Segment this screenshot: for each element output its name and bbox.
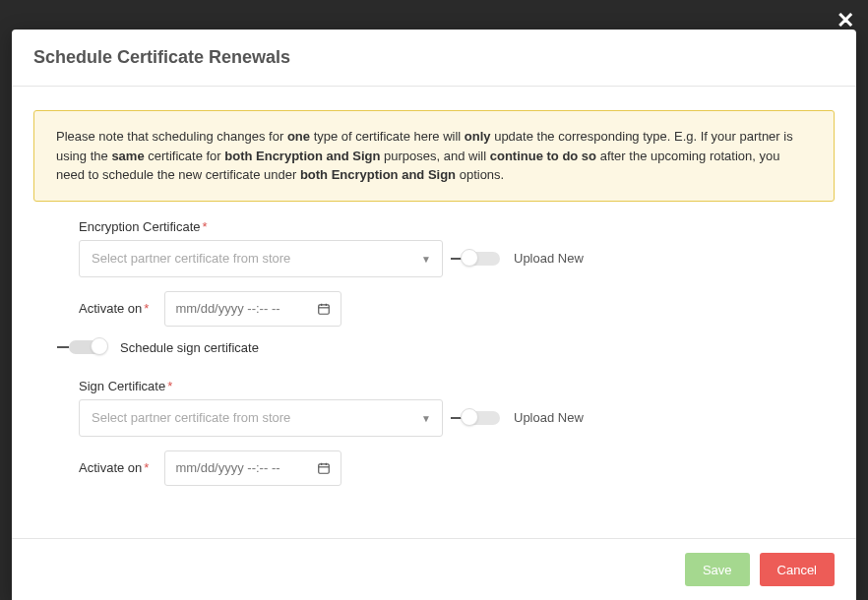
svg-rect-4: [319, 463, 330, 472]
calendar-icon: [317, 302, 331, 316]
sign-activate-label-text: Activate on: [79, 460, 142, 475]
modal: Schedule Certificate Renewals Please not…: [12, 30, 856, 600]
cancel-button[interactable]: Cancel: [760, 553, 835, 586]
sign-cert-label-text: Sign Certificate: [79, 379, 165, 393]
notice-bold: both Encryption and Sign: [224, 149, 380, 163]
encryption-activate-date-placeholder: mm/dd/yyyy --:-- --: [175, 301, 279, 316]
notice-text: certificate for: [145, 149, 225, 163]
schedule-sign-toggle[interactable]: [69, 340, 106, 354]
svg-rect-0: [319, 304, 330, 313]
notice-bold: same: [111, 149, 144, 163]
encryption-activate-date-input[interactable]: mm/dd/yyyy --:-- --: [164, 291, 341, 327]
encryption-upload-toggle-label: Upload New: [514, 251, 584, 266]
sign-activate-date-placeholder: mm/dd/yyyy --:-- --: [175, 460, 279, 475]
modal-footer: Save Cancel: [12, 538, 856, 600]
required-indicator: *: [144, 460, 149, 475]
sign-upload-toggle[interactable]: [463, 411, 500, 425]
encryption-upload-toggle[interactable]: [463, 252, 500, 266]
modal-body: Please note that scheduling changes for …: [12, 87, 856, 538]
sign-section: Sign Certificate* Select partner certifi…: [33, 361, 835, 486]
calendar-icon: [317, 461, 331, 475]
sign-upload-toggle-group: Upload New: [463, 410, 584, 425]
schedule-sign-toggle-row: Schedule sign certificate: [33, 327, 835, 361]
encryption-cert-select[interactable]: Select partner certificate from store ▼: [79, 240, 443, 277]
schedule-sign-toggle-label: Schedule sign certificate: [120, 340, 259, 355]
encryption-section: Encryption Certificate* Select partner c…: [33, 202, 835, 327]
sign-activate-label: Activate on*: [79, 460, 149, 475]
required-indicator: *: [144, 301, 149, 316]
encryption-activate-label: Activate on*: [79, 301, 149, 316]
modal-title: Schedule Certificate Renewals: [33, 47, 835, 68]
modal-header: Schedule Certificate Renewals: [12, 30, 856, 87]
notice-bold: both Encryption and Sign: [300, 167, 456, 182]
notice-text: purposes, and will: [380, 149, 489, 163]
notice-text: Please note that scheduling changes for: [56, 129, 287, 144]
encryption-cert-select-input[interactable]: Select partner certificate from store: [79, 240, 443, 277]
encryption-cert-label-text: Encryption Certificate: [79, 219, 201, 234]
save-button[interactable]: Save: [685, 553, 750, 586]
sign-cert-select-input[interactable]: Select partner certificate from store: [79, 399, 443, 437]
encryption-upload-toggle-group: Upload New: [463, 251, 584, 266]
notice-text: type of certificate here will: [310, 129, 465, 144]
notice-banner: Please note that scheduling changes for …: [33, 110, 835, 202]
sign-cert-label: Sign Certificate*: [79, 379, 835, 393]
sign-upload-toggle-label: Upload New: [514, 410, 584, 425]
close-icon[interactable]: ✕: [837, 8, 854, 33]
required-indicator: *: [203, 219, 208, 234]
notice-bold: only: [465, 129, 491, 144]
encryption-cert-label: Encryption Certificate*: [79, 219, 835, 234]
notice-text: options.: [456, 167, 504, 182]
sign-cert-select[interactable]: Select partner certificate from store ▼: [79, 399, 443, 437]
encryption-activate-label-text: Activate on: [79, 301, 142, 316]
notice-bold: continue to do so: [490, 149, 596, 163]
notice-bold: one: [287, 129, 310, 144]
required-indicator: *: [167, 379, 172, 393]
sign-activate-date-input[interactable]: mm/dd/yyyy --:-- --: [164, 450, 341, 486]
